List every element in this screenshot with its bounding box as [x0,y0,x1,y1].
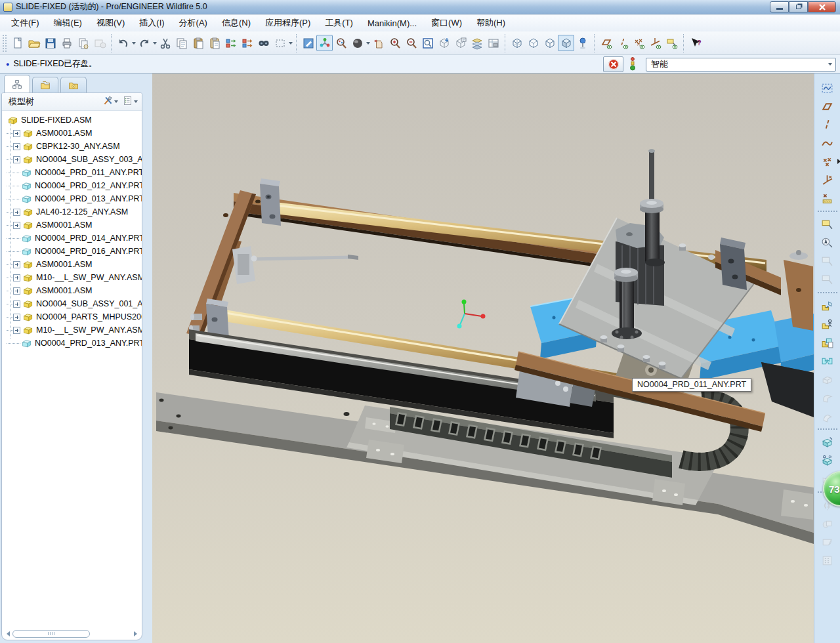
open-file-button[interactable] [26,35,42,51]
datum-axis-toggle-button[interactable] [614,35,631,51]
expand-icon[interactable] [13,301,20,308]
slot-tool-button[interactable] [819,352,836,369]
trim-tool-button[interactable] [819,533,836,550]
zoom-tool-button[interactable] [333,35,349,51]
menu-tools[interactable]: 工具(T) [318,15,360,31]
menu-view[interactable]: 视图(V) [89,15,132,31]
zoom-in-button[interactable] [387,35,403,51]
menu-window[interactable]: 窗口(W) [424,15,469,31]
folder-browser-tab[interactable] [32,77,58,93]
auto-round-tool-button[interactable] [819,407,836,425]
orient-mode-button[interactable] [574,35,591,51]
tree-item-6[interactable]: NO0004_PRD_013_ANY.PRT [2,192,142,205]
paste-button[interactable] [190,35,206,51]
tree-item-14[interactable]: NO0004_SUB_ASSY_001_ANY [2,297,142,310]
tree-item-13[interactable]: ASM0001.ASM [2,284,142,297]
create-component-button[interactable] [819,316,836,333]
find-button[interactable] [255,35,272,51]
cut-button[interactable] [157,35,173,51]
toolbar-grip[interactable] [3,35,7,52]
annotation-symbol-button[interactable] [819,234,836,251]
pan-button[interactable] [370,35,387,51]
rod-block-upper-left[interactable] [260,178,281,226]
restore-button[interactable] [789,1,808,12]
tree-item-1[interactable]: ASM0001.ASM [2,127,142,140]
annotation-ref-button[interactable] [819,271,836,288]
tree-settings-button[interactable] [122,95,138,109]
title-bar[interactable]: SLIDE-FIXED (活动的) - Pro/ENGINEER Wildfir… [0,0,840,14]
sensor-bracket[interactable] [232,246,358,284]
expand-icon[interactable] [13,261,20,268]
render-style-button[interactable] [349,35,366,51]
regenerate-manager-button[interactable] [239,35,255,51]
chevron-down-icon[interactable] [824,58,835,71]
view-manager-button[interactable] [485,35,501,51]
tree-item-10[interactable]: NO0004_PRD_016_ANY.PRT [2,245,142,258]
flyout-arrow-icon[interactable] [837,159,840,164]
copy-button[interactable] [173,35,190,51]
model-player-icon[interactable] [629,56,637,72]
style-tool-button[interactable] [819,79,836,96]
datum-plane-toggle-button[interactable] [598,35,614,51]
revolve-tool-button[interactable] [819,452,836,469]
datum-axis-tool-button[interactable] [819,116,836,133]
stop-button[interactable] [603,56,623,72]
refit-button[interactable] [419,35,436,51]
tree-hscrollbar[interactable] [4,629,140,638]
expand-icon[interactable] [13,209,20,216]
menu-analysis[interactable]: 分析(A) [172,15,215,31]
menu-help[interactable]: 帮助(H) [469,15,513,31]
saved-views-button[interactable] [452,35,469,51]
menu-insert[interactable]: 插入(I) [132,15,171,31]
assemble-component-button[interactable] [819,297,836,314]
zoom-out-button[interactable] [403,35,419,51]
menu-info[interactable]: 信息(N) [215,15,258,31]
tree-item-9[interactable]: NO0004_PRD_014_ANY.PRT [2,232,142,245]
expand-icon[interactable] [13,287,20,295]
expand-icon[interactable] [13,314,20,321]
tree-item-16[interactable]: M10-__L_SW_PW_ANY.ASM [2,323,142,337]
datum-point-toggle-button[interactable] [631,35,647,51]
close-button[interactable] [808,1,836,12]
scroll-left-icon[interactable] [7,631,10,636]
select-box-dropdown-icon[interactable] [289,42,293,45]
graphics-area[interactable]: NO0004_PRD_011_ANY.PRT [152,73,814,643]
selection-filter[interactable]: 智能 [646,58,836,72]
layers-button[interactable] [469,35,485,51]
select-box-button[interactable] [272,35,288,51]
expand-icon[interactable] [13,222,20,229]
chamfer-tool-button[interactable] [819,371,836,388]
save-a-copy-button[interactable] [75,35,91,51]
tree-item-12[interactable]: M10-__L_SW_PW_ANY.ASM [2,271,142,284]
minimize-button[interactable] [770,1,789,12]
tree-item-2[interactable]: CBPK12-30_ANY.ASM [2,140,142,153]
redo-button[interactable] [136,35,152,51]
send-mail-button[interactable] [91,35,108,51]
datum-csys-tool-button[interactable] [819,171,836,188]
merge-tool-button[interactable] [819,515,836,532]
menu-edit[interactable]: 编辑(E) [47,15,89,31]
spin-center-toggle-button[interactable] [316,35,333,51]
sketch-tool-button[interactable] [819,190,836,207]
round-tool-button[interactable] [819,389,836,406]
print-button[interactable] [58,35,75,51]
expand-icon[interactable] [13,327,20,334]
menu-manikin[interactable]: Manikin(M)... [360,16,424,30]
tree-item-4[interactable]: NO0004_PRD_011_ANY.PRT [2,166,142,179]
expand-icon[interactable] [13,130,20,137]
expand-icon[interactable] [13,274,20,281]
scroll-right-icon[interactable] [134,631,137,636]
no-hidden-display-button[interactable] [541,35,558,51]
datum-curve-tool-button[interactable] [819,135,836,152]
datum-plane-tool-button[interactable] [819,98,836,115]
undo-button[interactable] [115,35,131,51]
new-file-button[interactable] [9,35,26,51]
hidden-line-display-button[interactable] [525,35,541,51]
wireframe-display-button[interactable] [509,35,525,51]
tree-item-11[interactable]: ASM0001.ASM [2,258,142,271]
tree-item-0[interactable]: SLIDE-FIXED.ASM [2,114,142,127]
tree-item-8[interactable]: ASM0001.ASM [2,218,142,232]
menu-applications[interactable]: 应用程序(P) [258,15,318,31]
model-tree-tab[interactable] [4,75,30,93]
reorient-view-button[interactable] [436,35,452,51]
